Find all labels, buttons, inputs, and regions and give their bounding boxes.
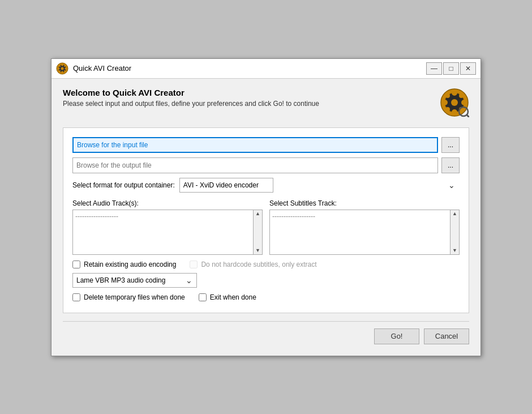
svg-point-2 bbox=[61, 67, 64, 70]
no-hardcode-checkbox[interactable] bbox=[190, 261, 198, 268]
format-select[interactable]: AVI - XviD video encoder MKV MP4 bbox=[179, 178, 273, 193]
retain-audio-label[interactable]: Retain existing audio encoding bbox=[72, 261, 176, 268]
no-hardcode-text: Do not hardcode subtitles, only extract bbox=[201, 261, 316, 268]
retain-audio-checkbox[interactable] bbox=[72, 261, 80, 268]
output-file-field[interactable] bbox=[72, 157, 438, 173]
audio-track-list-wrapper: ------------------- ▲ ▼ bbox=[72, 210, 263, 255]
output-file-row: ... bbox=[72, 157, 460, 173]
go-button[interactable]: Go! bbox=[374, 328, 419, 344]
svg-point-8 bbox=[64, 70, 66, 72]
final-options-row: Delete temporary files when done Exit wh… bbox=[72, 293, 460, 301]
input-file-row: ... bbox=[72, 137, 460, 153]
svg-point-4 bbox=[61, 71, 63, 73]
svg-point-10 bbox=[59, 70, 61, 72]
audio-track-section: Select Audio Track(s): -----------------… bbox=[72, 199, 263, 255]
exit-when-done-checkbox[interactable] bbox=[199, 293, 207, 301]
audio-scroll-up[interactable]: ▲ bbox=[255, 211, 260, 216]
main-window: Quick AVI Creator — □ ✕ Welcome to Quick… bbox=[51, 58, 481, 356]
subtitles-track-list[interactable]: ------------------- bbox=[269, 210, 451, 255]
main-form-area: ... ... Select format for output contain… bbox=[63, 127, 469, 313]
retain-audio-text: Retain existing audio encoding bbox=[84, 261, 176, 268]
title-bar-text: Quick AVI Creator bbox=[73, 64, 426, 72]
svg-point-16 bbox=[442, 100, 448, 105]
audio-scroll-down[interactable]: ▼ bbox=[255, 248, 260, 253]
film-reel-icon bbox=[440, 88, 469, 117]
svg-point-5 bbox=[58, 67, 60, 70]
svg-point-18 bbox=[445, 93, 450, 98]
svg-point-17 bbox=[461, 100, 467, 105]
header-title: Welcome to Quick AVI Creator bbox=[63, 88, 440, 97]
footer-divider bbox=[63, 321, 469, 322]
svg-point-6 bbox=[65, 67, 67, 70]
input-file-field[interactable] bbox=[72, 137, 438, 153]
title-bar: Quick AVI Creator — □ ✕ bbox=[52, 59, 480, 79]
subtitles-track-section: Select Subtitles Track: ----------------… bbox=[269, 199, 460, 255]
delete-temp-checkbox[interactable] bbox=[72, 293, 80, 301]
svg-point-15 bbox=[452, 109, 457, 115]
audio-coding-select-wrapper: Lame VBR MP3 audio coding AAC audio codi… bbox=[72, 273, 197, 288]
exit-when-done-text: Exit when done bbox=[210, 293, 256, 301]
cancel-button[interactable]: Cancel bbox=[424, 328, 469, 344]
audio-track-list[interactable]: ------------------- bbox=[72, 210, 254, 255]
app-icon bbox=[56, 62, 68, 75]
svg-point-9 bbox=[64, 65, 66, 67]
delete-temp-label[interactable]: Delete temporary files when done bbox=[72, 293, 185, 301]
content-area: Welcome to Quick AVI Creator Please sele… bbox=[52, 79, 480, 356]
subtitles-track-list-wrapper: ------------------- ▲ ▼ bbox=[269, 210, 460, 255]
svg-point-7 bbox=[59, 65, 61, 67]
svg-point-21 bbox=[445, 107, 450, 112]
footer-buttons: Go! Cancel bbox=[63, 328, 469, 344]
audio-track-scrollbar: ▲ ▼ bbox=[254, 210, 263, 255]
audio-coding-select[interactable]: Lame VBR MP3 audio coding AAC audio codi… bbox=[72, 273, 197, 288]
header-subtitle: Please select input and output files, de… bbox=[63, 100, 440, 108]
exit-when-done-label[interactable]: Exit when done bbox=[199, 293, 256, 301]
format-label: Select format for output container: bbox=[72, 181, 175, 189]
svg-point-3 bbox=[61, 63, 63, 66]
format-select-wrapper: AVI - XviD video encoder MKV MP4 bbox=[179, 178, 460, 193]
tracks-row: Select Audio Track(s): -----------------… bbox=[72, 199, 460, 255]
browse-output-button[interactable]: ... bbox=[441, 157, 460, 173]
svg-point-14 bbox=[452, 90, 457, 96]
minimize-button[interactable]: — bbox=[426, 62, 442, 75]
subtitles-scroll-down[interactable]: ▼ bbox=[452, 248, 457, 253]
delete-temp-text: Delete temporary files when done bbox=[84, 293, 185, 301]
header-section: Welcome to Quick AVI Creator Please sele… bbox=[63, 88, 469, 117]
format-row: Select format for output container: AVI … bbox=[72, 178, 460, 193]
svg-line-23 bbox=[467, 115, 469, 117]
audio-track-label: Select Audio Track(s): bbox=[72, 199, 263, 207]
header-text: Welcome to Quick AVI Creator Please sele… bbox=[63, 88, 440, 108]
svg-point-20 bbox=[459, 93, 464, 98]
subtitles-track-scrollbar: ▲ ▼ bbox=[451, 210, 460, 255]
subtitles-scroll-up[interactable]: ▲ bbox=[452, 211, 457, 216]
close-button[interactable]: ✕ bbox=[460, 62, 476, 75]
maximize-button[interactable]: □ bbox=[443, 62, 459, 75]
svg-point-13 bbox=[451, 99, 458, 106]
no-hardcode-label[interactable]: Do not hardcode subtitles, only extract bbox=[190, 261, 316, 268]
window-controls: — □ ✕ bbox=[426, 62, 476, 75]
browse-input-button[interactable]: ... bbox=[441, 137, 460, 153]
audio-coding-row: Lame VBR MP3 audio coding AAC audio codi… bbox=[72, 273, 460, 288]
subtitles-track-label: Select Subtitles Track: bbox=[269, 199, 460, 207]
audio-options-row: Retain existing audio encoding Do not ha… bbox=[72, 261, 460, 268]
